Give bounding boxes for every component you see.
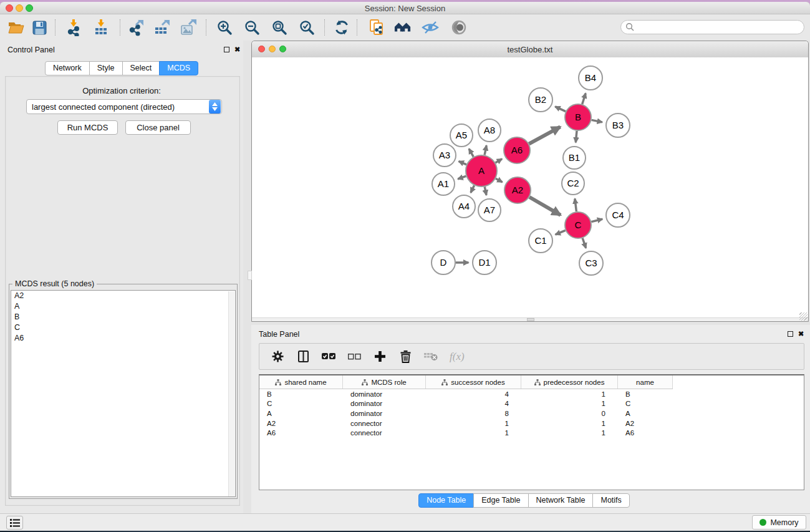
edge-C-C3[interactable] <box>582 238 586 248</box>
node-table[interactable]: shared nameMCDS rolesuccessor nodesprede… <box>259 374 804 490</box>
node-A3[interactable]: A3 <box>433 144 456 167</box>
close-panel-button[interactable]: Close panel <box>125 120 191 135</box>
export-image-icon[interactable] <box>180 19 197 36</box>
edge-A-A7[interactable] <box>485 186 486 195</box>
edge-B-B3[interactable] <box>592 120 602 122</box>
edge-B-B4[interactable] <box>582 93 586 104</box>
node-A5[interactable]: A5 <box>450 124 473 147</box>
gear-icon[interactable] <box>271 350 284 364</box>
run-mcds-button[interactable]: Run MCDS <box>57 120 118 135</box>
birdseye-view-icon[interactable] <box>450 19 468 36</box>
edge-A-A3[interactable] <box>459 162 466 165</box>
edge-A2-C[interactable] <box>529 197 561 215</box>
column-header-predecessor-nodes[interactable]: predecessor nodes <box>521 375 618 389</box>
edge-C-C1[interactable] <box>556 230 566 235</box>
hscroll-thumb[interactable] <box>527 318 534 321</box>
tab-network[interactable]: Network <box>45 61 90 75</box>
delete-columns-icon[interactable] <box>398 350 412 364</box>
column-header-shared-name[interactable]: shared name <box>259 375 343 389</box>
open-folder-icon[interactable] <box>7 19 25 36</box>
search-input[interactable] <box>635 21 804 34</box>
tab-network-table[interactable]: Network Table <box>528 493 594 508</box>
mcds-result-item[interactable]: A2 <box>11 291 235 301</box>
mcds-result-item[interactable]: C <box>11 322 235 333</box>
node-C2[interactable]: C2 <box>562 172 584 195</box>
network-hscrollbar[interactable] <box>252 317 808 321</box>
table-row[interactable]: Cdominator41C <box>259 399 804 409</box>
tab-style[interactable]: Style <box>89 61 123 75</box>
table-row[interactable]: A2connector11A2 <box>259 418 804 428</box>
edge-C-C4[interactable] <box>591 219 602 221</box>
node-A2[interactable]: A2 <box>504 177 531 203</box>
table-row[interactable]: Adominator80A <box>259 409 804 418</box>
node-D1[interactable]: D1 <box>473 251 496 274</box>
node-C4[interactable]: C4 <box>606 203 630 227</box>
search-box[interactable] <box>620 20 804 34</box>
zoom-in-icon[interactable] <box>216 19 233 36</box>
node-A8[interactable]: A8 <box>478 119 501 142</box>
mcds-result-item[interactable]: A6 <box>11 333 235 344</box>
tab-motifs[interactable]: Motifs <box>592 493 629 508</box>
node-B[interactable]: B <box>565 104 591 130</box>
edge-A6-B[interactable] <box>529 127 560 143</box>
vscroll-thumb[interactable] <box>248 271 252 280</box>
node-C3[interactable]: C3 <box>579 251 603 275</box>
tab-mcds[interactable]: MCDS <box>159 61 198 75</box>
table-row[interactable]: A6connector11A6 <box>259 428 804 438</box>
node-B1[interactable]: B1 <box>563 147 586 169</box>
import-network-icon[interactable] <box>65 19 82 36</box>
column-header-MCDS-role[interactable]: MCDS role <box>343 375 426 389</box>
edge-B-B1[interactable] <box>576 131 577 143</box>
edge-A-A1[interactable] <box>458 176 466 179</box>
node-A6[interactable]: A6 <box>504 137 530 163</box>
column-header-successor-nodes[interactable]: successor nodes <box>426 375 521 389</box>
refresh-layout-icon[interactable] <box>333 19 350 36</box>
memory-button[interactable]: Memory <box>752 515 806 530</box>
node-D[interactable]: D <box>432 251 455 274</box>
clone-network-icon[interactable] <box>368 19 385 36</box>
table-row[interactable]: Bdominator41B <box>259 389 804 399</box>
edge-A-A6[interactable] <box>496 159 503 163</box>
task-history-button[interactable] <box>6 516 23 530</box>
zoom-selected-icon[interactable] <box>298 19 316 36</box>
node-C1[interactable]: C1 <box>529 229 552 253</box>
mcds-result-item[interactable]: A <box>11 301 235 312</box>
mcds-result-list[interactable]: A2ABCA6 <box>11 290 236 497</box>
edge-A-A4[interactable] <box>471 185 475 193</box>
create-column-icon[interactable] <box>373 350 387 364</box>
zoom-fit-icon[interactable] <box>271 19 288 36</box>
edge-A-A2[interactable] <box>496 178 503 182</box>
tab-edge-table[interactable]: Edge Table <box>473 493 528 508</box>
node-A[interactable]: A <box>466 155 497 186</box>
node-B3[interactable]: B3 <box>606 114 630 137</box>
home-pages-icon[interactable] <box>394 19 412 36</box>
close-panel-icon[interactable]: ✖ <box>798 331 804 337</box>
node-C[interactable]: C <box>565 212 591 238</box>
edge-A-A5[interactable] <box>469 148 473 157</box>
scrollbar-track[interactable] <box>228 291 234 497</box>
graphics-details-icon[interactable] <box>422 19 439 36</box>
network-canvas[interactable]: B4B2BB3A5A8A6B1A3AA1C2A2A4A7C4CC1C3DD1 <box>252 57 808 317</box>
float-panel-icon[interactable] <box>224 47 229 52</box>
node-A4[interactable]: A4 <box>453 195 475 218</box>
column-header-name[interactable]: name <box>618 375 673 389</box>
tab-node-table[interactable]: Node Table <box>418 493 474 508</box>
mcds-result-item[interactable]: B <box>11 312 235 322</box>
export-network-icon[interactable] <box>127 19 145 36</box>
save-icon[interactable] <box>31 19 48 36</box>
tab-select[interactable]: Select <box>122 61 160 75</box>
close-panel-icon[interactable]: ✖ <box>234 46 240 52</box>
criterion-dropdown[interactable]: largest connected component (directed) <box>26 99 222 114</box>
float-panel-icon[interactable] <box>788 331 793 337</box>
export-table-icon[interactable] <box>153 19 171 36</box>
show-columns-icon[interactable] <box>296 350 310 364</box>
zoom-out-icon[interactable] <box>243 19 261 36</box>
node-A7[interactable]: A7 <box>478 199 501 221</box>
unselect-all-columns-icon[interactable] <box>347 350 361 364</box>
node-B2[interactable]: B2 <box>529 88 552 112</box>
edge-A-A8[interactable] <box>485 145 486 155</box>
resize-grip-icon[interactable] <box>799 312 808 321</box>
edge-B-B2[interactable] <box>555 107 566 112</box>
select-all-columns-icon[interactable] <box>322 350 335 364</box>
import-table-icon[interactable] <box>92 19 110 36</box>
